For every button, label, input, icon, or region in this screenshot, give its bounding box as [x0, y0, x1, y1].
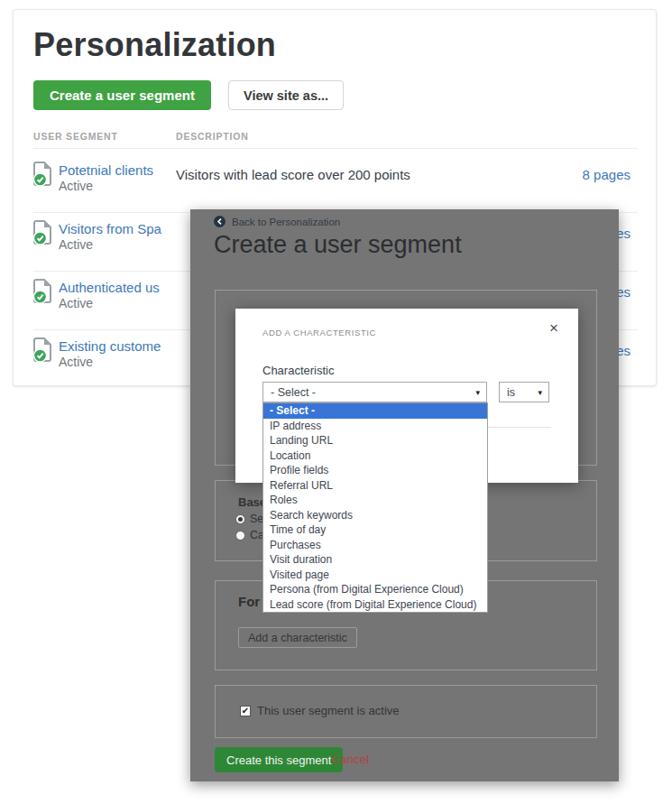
column-header-user-segment: USER SEGMENT [33, 131, 118, 142]
dropdown-option[interactable]: Visit duration [263, 552, 487, 568]
segment-status: Active [59, 237, 93, 252]
dropdown-option[interactable]: Landing URL [263, 433, 487, 448]
dropdown-option[interactable]: Visited page [263, 568, 487, 583]
operator-select[interactable]: is ▾ [499, 382, 549, 402]
back-circle-arrow-icon [214, 216, 226, 227]
segment-name-link[interactable]: Visitors from Spa [59, 221, 161, 236]
characteristic-dropdown-list: - Select - IP address Landing URL Locati… [262, 402, 488, 613]
segment-name-link[interactable]: Potetnial clients [59, 162, 153, 178]
dropdown-option[interactable]: Referral URL [263, 478, 487, 494]
segment-status: Active [59, 355, 93, 369]
segment-document-check-icon [33, 337, 53, 366]
base-radio-option-unselected[interactable]: Ca [235, 529, 264, 541]
segment-document-check-icon [33, 279, 53, 308]
dropdown-option[interactable]: Persona (from Digital Experience Cloud) [263, 582, 487, 597]
cancel-link[interactable]: Cancel [331, 753, 369, 766]
characteristic-field-label: Characteristic [262, 364, 334, 377]
view-site-as-button[interactable]: View site as... [228, 80, 344, 110]
create-user-segment-button[interactable]: Create a user segment [33, 80, 211, 110]
radio-unselected-icon[interactable] [235, 531, 245, 541]
column-header-description: DESCRIPTION [176, 131, 249, 142]
dropdown-option[interactable]: IP address [263, 419, 487, 434]
add-characteristic-button[interactable]: Add a characteristic [238, 627, 357, 648]
header-divider [33, 148, 638, 149]
back-to-personalization-link[interactable]: Back to Personalization [214, 216, 340, 227]
dropdown-option[interactable]: Profile fields [263, 463, 487, 478]
back-link-label: Back to Personalization [232, 217, 340, 227]
operator-select-value: is [507, 386, 515, 399]
close-icon[interactable]: × [549, 319, 558, 337]
dropdown-option[interactable]: Purchases [263, 538, 487, 553]
dropdown-option[interactable]: - Select - [263, 403, 487, 419]
chevron-down-icon: ▾ [538, 388, 542, 397]
dropdown-option[interactable]: Search keywords [263, 508, 487, 523]
page-title: Personalization [33, 26, 276, 64]
segment-status: Active [59, 179, 93, 193]
chevron-down-icon: ▾ [475, 388, 480, 397]
segment-description: Visitors with lead score over 200 points [176, 167, 410, 182]
modal-title: ADD A CHARACTERISTIC [262, 328, 376, 337]
dropdown-option[interactable]: Lead score (from Digital Experience Clou… [263, 597, 487, 613]
segment-status: Active [59, 296, 93, 310]
characteristic-select[interactable]: - Select - ▾ [262, 382, 487, 402]
create-this-segment-button[interactable]: Create this segment [215, 747, 343, 772]
segment-name-link[interactable]: Existing custome [59, 338, 161, 354]
segment-pages-link[interactable]: 8 pages [583, 167, 631, 182]
radio-label: Se [250, 513, 263, 525]
segment-document-check-icon [33, 220, 53, 249]
active-checkbox[interactable]: ✔ [240, 706, 251, 716]
segment-name-link[interactable]: Authenticated us [59, 280, 160, 295]
segment-document-check-icon [33, 162, 53, 190]
segment-row: Potetnial clients Active Visitors with l… [14, 154, 656, 213]
base-radio-option-selected[interactable]: Se [235, 513, 263, 525]
dropdown-option[interactable]: Location [263, 448, 487, 464]
radio-selected-icon[interactable] [235, 514, 245, 524]
for-section-label: For [238, 594, 260, 609]
active-checkbox-row: ✔ This user segment is active [240, 704, 400, 717]
characteristic-select-value: - Select - [271, 386, 316, 399]
active-checkbox-label: This user segment is active [257, 704, 400, 717]
dropdown-option[interactable]: Time of day [263, 522, 487, 538]
dropdown-option[interactable]: Roles [263, 493, 487, 508]
create-segment-heading: Create a user segment [214, 231, 462, 259]
segment-active-panel: ✔ This user segment is active [215, 685, 597, 738]
